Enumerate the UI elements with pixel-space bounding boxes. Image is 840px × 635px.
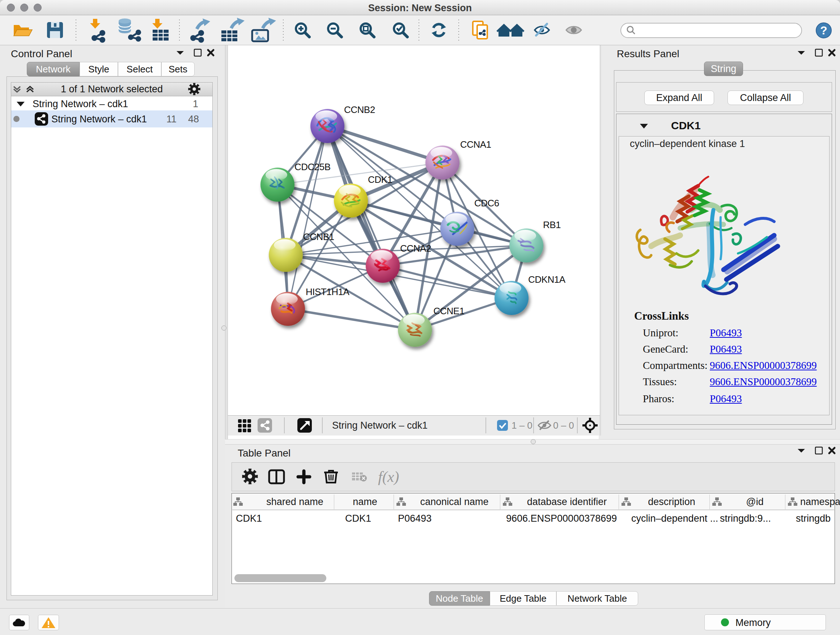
svg-text:CDC25B: CDC25B	[294, 162, 331, 172]
svg-text:CCNA1: CCNA1	[460, 139, 491, 150]
svg-text:0 – 0: 0 – 0	[553, 420, 574, 431]
svg-text:String Network – cdk1: String Network – cdk1	[332, 420, 428, 431]
svg-text:CCNB1: CCNB1	[303, 231, 334, 242]
svg-text:?: ?	[820, 24, 827, 37]
svg-text:CCNB2: CCNB2	[344, 104, 375, 115]
svg-text:f(x): f(x)	[378, 469, 399, 486]
svg-text:CDKN1A: CDKN1A	[528, 274, 566, 285]
svg-text:CDC6: CDC6	[474, 198, 499, 209]
svg-text:CCNA2: CCNA2	[400, 243, 431, 254]
svg-text:RB1: RB1	[543, 219, 561, 230]
svg-text:1 – 0: 1 – 0	[512, 420, 532, 431]
svg-text:HIST1H1A: HIST1H1A	[306, 287, 349, 297]
svg-text:CDK1: CDK1	[368, 174, 392, 185]
svg-text:CCNE1: CCNE1	[433, 306, 464, 317]
